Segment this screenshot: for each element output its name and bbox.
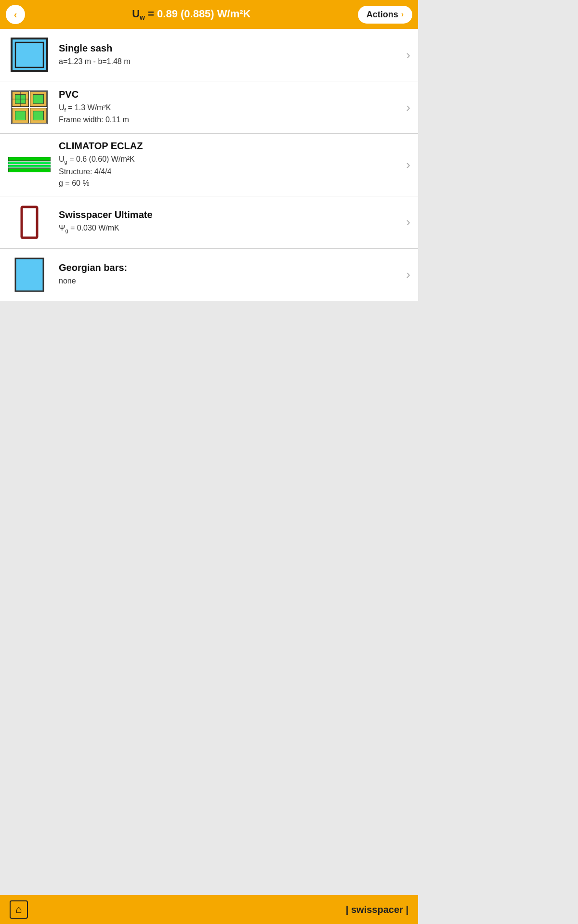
climatop-thumbnail (8, 145, 51, 184)
svg-rect-13 (8, 157, 51, 161)
item-subtitle-ug: Ug = 0.6 (0.60) W/m²K (59, 154, 401, 166)
svg-rect-9 (15, 111, 26, 120)
list-item[interactable]: PVC Uf = 1.3 W/m²K Frame width: 0.11 m › (0, 81, 418, 134)
list-item[interactable]: Georgian bars: none › (0, 249, 418, 301)
item-info: Georgian bars: none (59, 262, 401, 287)
item-title: Georgian bars: (59, 262, 401, 273)
georgian-thumbnail (8, 256, 51, 294)
item-title: Single sash (59, 43, 401, 54)
svg-rect-15 (8, 165, 51, 167)
item-info: Swisspacer Ultimate Ψg = 0.030 W/mK (59, 209, 401, 235)
item-title: PVC (59, 89, 401, 100)
app-header: ‹ Uw = 0.89 (0.885) W/m²K Actions › (0, 0, 418, 29)
list-item[interactable]: CLIMATOP ECLAZ Ug = 0.6 (0.60) W/m²K Str… (0, 134, 418, 196)
climatop-icon (8, 157, 51, 172)
content-area (0, 301, 418, 895)
home-button[interactable]: ⌂ (10, 900, 28, 919)
item-subtitle-struct: Structure: 4/4/4 (59, 166, 401, 178)
svg-rect-10 (33, 111, 44, 120)
list-item[interactable]: Swisspacer Ultimate Ψg = 0.030 W/mK › (0, 196, 418, 249)
svg-rect-8 (33, 94, 44, 103)
swisspacer-icon (20, 205, 39, 239)
item-subtitle-uf: Uf = 1.3 W/m²K (59, 102, 401, 115)
back-button[interactable]: ‹ (6, 5, 25, 24)
chevron-right-icon: › (406, 157, 410, 172)
actions-chevron-icon: › (401, 10, 404, 19)
items-list: Single sash a=1.23 m - b=1.48 m › (0, 29, 418, 301)
svg-rect-1 (15, 42, 43, 67)
header-title: Uw = 0.89 (0.885) W/m²K (25, 8, 358, 21)
item-info: PVC Uf = 1.3 W/m²K Frame width: 0.11 m (59, 89, 401, 126)
chevron-right-icon: › (406, 267, 410, 282)
svg-rect-18 (15, 258, 43, 291)
chevron-right-icon: › (406, 215, 410, 230)
actions-button[interactable]: Actions › (358, 6, 412, 24)
chevron-right-icon: › (406, 48, 410, 63)
item-subtitle-psi: Ψg = 0.030 W/mK (59, 222, 401, 235)
app-footer: ⌂ | swisspacer | (0, 895, 418, 924)
item-title: Swisspacer Ultimate (59, 209, 401, 220)
single-sash-icon (11, 38, 48, 72)
item-info: Single sash a=1.23 m - b=1.48 m (59, 43, 401, 67)
item-subtitle-none: none (59, 275, 401, 287)
pvc-thumbnail (8, 88, 51, 127)
actions-label: Actions (367, 10, 398, 20)
uw-value: 0.89 (0.885) W/m²K (157, 8, 250, 20)
svg-rect-14 (8, 162, 51, 164)
svg-rect-16 (8, 168, 51, 172)
chevron-right-icon: › (406, 100, 410, 115)
svg-rect-17 (22, 207, 37, 238)
item-subtitle: a=1.23 m - b=1.48 m (59, 56, 401, 67)
item-info: CLIMATOP ECLAZ Ug = 0.6 (0.60) W/m²K Str… (59, 141, 401, 189)
item-title: CLIMATOP ECLAZ (59, 141, 401, 152)
swisspacer-logo: | swisspacer | (346, 904, 408, 915)
single-sash-thumbnail (8, 36, 51, 74)
georgian-icon (14, 257, 44, 292)
item-subtitle-fw: Frame width: 0.11 m (59, 114, 401, 126)
list-item[interactable]: Single sash a=1.23 m - b=1.48 m › (0, 29, 418, 81)
pvc-icon (11, 90, 48, 125)
home-icon: ⌂ (15, 903, 22, 916)
item-subtitle-g: g = 60 % (59, 178, 401, 189)
swisspacer-thumbnail (8, 203, 51, 242)
